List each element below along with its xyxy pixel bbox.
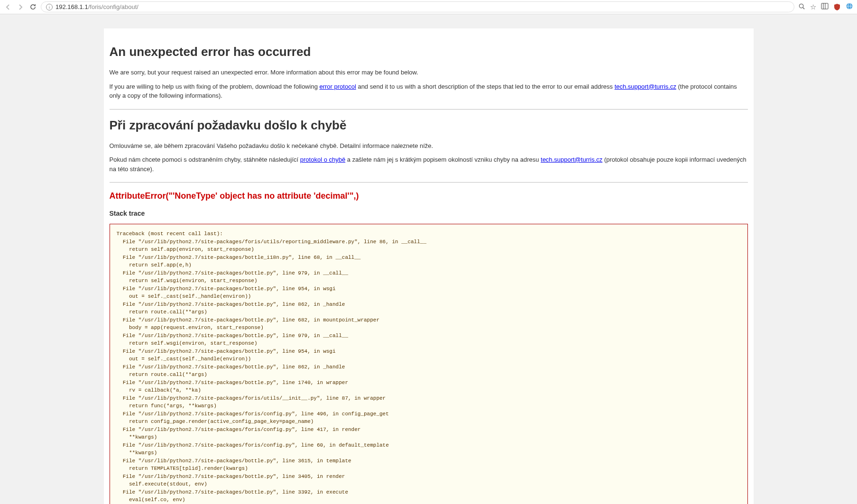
error-protocol-link-en[interactable]: error protocol: [319, 83, 356, 90]
bookmark-star-icon[interactable]: ☆: [810, 3, 816, 11]
error-intro-cz: Omlouváme se, ale během zpracování Vašeh…: [110, 141, 748, 151]
divider: [110, 109, 748, 110]
support-email-link-cz[interactable]: tech.support@turris.cz: [541, 156, 602, 163]
stack-trace-label: Stack trace: [110, 210, 748, 217]
site-info-icon[interactable]: i: [46, 4, 53, 10]
error-help-cz: Pokud nám chcete pomoci s odstraněním ch…: [110, 155, 748, 174]
support-email-link-en[interactable]: tech.support@turris.cz: [615, 83, 676, 90]
svg-point-0: [799, 4, 803, 8]
error-help-en: If you are willing to help us with fixin…: [110, 82, 748, 101]
error-page: An unexpected error has occurred We are …: [104, 28, 754, 504]
svg-line-1: [803, 7, 804, 9]
exception-title: AttributeError("'NoneType' object has no…: [110, 191, 748, 201]
divider: [110, 182, 748, 183]
extension-icon-1[interactable]: [821, 2, 829, 11]
address-bar[interactable]: i 192.168.1.1/foris/config/about/: [41, 1, 794, 12]
reload-button[interactable]: [28, 3, 37, 11]
svg-rect-2: [821, 3, 828, 9]
error-protocol-link-cz[interactable]: protokol o chybě: [300, 156, 345, 163]
page-search-icon[interactable]: [798, 3, 805, 11]
back-button[interactable]: [4, 3, 12, 11]
error-heading-en: An unexpected error has occurred: [110, 45, 748, 59]
extension-globe-icon[interactable]: [846, 2, 853, 11]
stack-trace: Traceback (most recent call last): File …: [110, 224, 748, 504]
toolbar-right: ☆: [798, 2, 853, 11]
browser-toolbar: i 192.168.1.1/foris/config/about/ ☆: [0, 0, 857, 14]
error-intro-en: We are sorry, but your request raised an…: [110, 68, 748, 77]
url-text: 192.168.1.1/foris/config/about/: [55, 3, 138, 10]
error-heading-cz: Při zpracování požadavku došlo k chybě: [110, 118, 748, 133]
adblock-shield-icon[interactable]: [833, 3, 841, 11]
forward-button[interactable]: [16, 3, 25, 11]
